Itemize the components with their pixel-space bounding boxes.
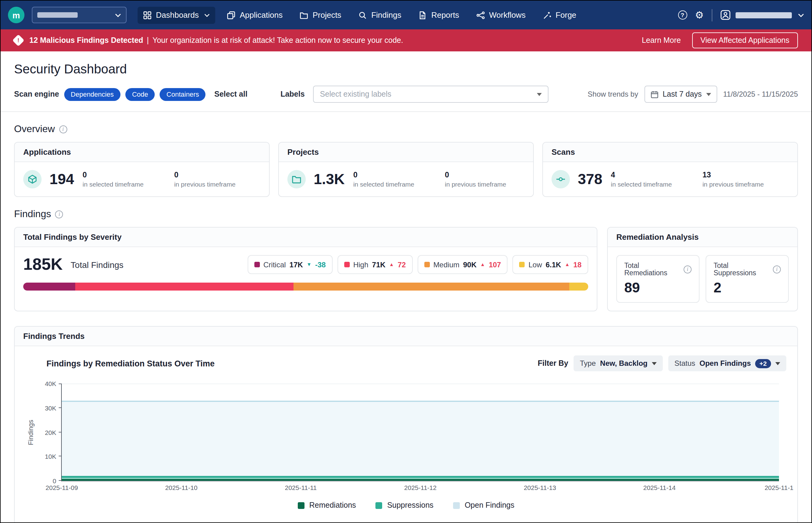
nav-item-reports[interactable]: Reports <box>413 6 465 23</box>
findings-section: Findings Total Findings by Severity 185K… <box>14 209 798 311</box>
nav-item-dashboards[interactable]: Dashboards <box>137 6 215 23</box>
view-affected-applications-button[interactable]: View Affected Applications <box>692 32 798 48</box>
projects-card: Projects 1.3K 0 in selected timeframe <box>278 142 534 197</box>
y-tick-label: 0 <box>53 477 56 485</box>
remediation-analysis-card: Remediation Analysis Total Remediations … <box>607 227 798 311</box>
x-tick-label: 2025-11-12 <box>404 484 437 491</box>
alert-banner: 12 Malicious Findings Detected | Your or… <box>1 29 811 51</box>
nav-item-forge[interactable]: Forge <box>537 6 582 23</box>
x-tick-label: 2025-11-1 <box>764 484 793 491</box>
gear-icon[interactable] <box>695 10 704 20</box>
previous-timeframe-stat: 0 in previous timeframe <box>174 171 236 188</box>
nav-item-label: Findings <box>371 11 401 20</box>
severity-card-title: Total Findings by Severity <box>15 228 597 247</box>
navbar-divider <box>712 9 712 21</box>
legend-item-open-findings[interactable]: Open Findings <box>453 501 515 509</box>
show-trends-label: Show trends by <box>588 90 638 98</box>
info-icon[interactable] <box>684 265 691 273</box>
open-findings-color-swatch <box>453 502 460 509</box>
y-tick-label: 10K <box>45 453 56 460</box>
forge-wand-icon <box>543 11 551 19</box>
help-icon[interactable] <box>678 11 687 20</box>
organization-selector[interactable] <box>32 7 127 23</box>
info-icon[interactable] <box>55 210 63 218</box>
type-filter-select[interactable]: Type New, Backlog <box>574 355 663 371</box>
redacted-org-name <box>37 12 78 18</box>
nav-item-applications[interactable]: Applications <box>221 6 288 23</box>
scan-engine-pill-containers[interactable]: Containers <box>160 88 206 101</box>
status-value: Open Findings <box>700 359 751 368</box>
selected-timeframe-stat: 0 in selected timeframe <box>82 171 144 188</box>
severity-chip-low[interactable]: Low 6.1K ▲ 18 <box>513 255 588 274</box>
applications-cube-icon <box>23 170 41 188</box>
nav-item-projects[interactable]: Projects <box>294 6 347 23</box>
card-title: Scans <box>543 143 797 162</box>
page-title: Security Dashboard <box>14 62 798 76</box>
user-avatar-icon <box>720 10 731 20</box>
card-title: Applications <box>15 143 269 162</box>
trend-up-icon: ▲ <box>565 262 570 267</box>
alert-title: 12 Malicious Findings Detected <box>29 36 143 44</box>
overview-cards: Applications 194 0 in selected timeframe <box>14 142 798 197</box>
bar-segment-low <box>570 283 588 291</box>
bar-segment-critical <box>23 283 75 291</box>
select-all-link[interactable]: Select all <box>214 90 247 98</box>
x-axis-labels: 2025-11-09 2025-11-10 2025-11-11 2025-11… <box>62 484 779 494</box>
alert-actions: Learn More View Affected Applications <box>642 32 798 48</box>
dashboards-icon <box>143 11 152 19</box>
alert-divider: | <box>147 36 149 44</box>
severity-chip-critical[interactable]: Critical 17K ▼ -38 <box>247 255 333 274</box>
suppressions-color-swatch <box>375 502 382 509</box>
malicious-warning-icon <box>12 34 24 47</box>
redacted-user-name <box>736 12 792 18</box>
severity-stacked-bar <box>23 283 588 291</box>
legend-item-remediations[interactable]: Remediations <box>298 501 356 509</box>
user-menu[interactable] <box>720 10 804 20</box>
total-remediations-value: 89 <box>624 279 691 296</box>
x-tick-label: 2025-11-14 <box>643 484 676 491</box>
chevron-down-icon <box>115 13 121 17</box>
total-remediations-box: Total Remediations 89 <box>616 255 700 303</box>
labels-label: Labels <box>280 90 304 98</box>
alert-message: 12 Malicious Findings Detected | Your or… <box>29 36 403 44</box>
caret-down-icon <box>775 362 780 365</box>
chart-legend: Remediations Suppressions Open Findings <box>26 501 786 509</box>
main-content: Security Dashboard Scan engine Dependenc… <box>1 62 811 523</box>
scan-engine-pill-code[interactable]: Code <box>125 88 155 101</box>
chart-filters: Filter By Type New, Backlog Status Open … <box>538 355 786 371</box>
scan-engine-pill-dependencies[interactable]: Dependencies <box>64 88 121 101</box>
y-tick-label: 30K <box>45 404 56 412</box>
status-filter-select[interactable]: Status Open Findings +2 <box>668 355 786 371</box>
severity-chip-high[interactable]: High 71K ▲ 72 <box>337 255 412 274</box>
severity-card: Total Findings by Severity 185K Total Fi… <box>14 227 597 311</box>
bar-segment-medium <box>293 283 570 291</box>
caret-down-icon <box>652 362 657 365</box>
info-icon[interactable] <box>59 125 67 133</box>
scans-count: 378 <box>578 171 602 188</box>
findings-trends-card: Findings Trends Findings by Remediation … <box>14 326 798 523</box>
labels-select[interactable]: Select existing labels <box>313 86 549 103</box>
legend-item-suppressions[interactable]: Suppressions <box>375 501 433 509</box>
report-document-icon <box>419 11 427 19</box>
nav-item-workflows[interactable]: Workflows <box>471 6 531 23</box>
learn-more-link[interactable]: Learn More <box>642 36 681 44</box>
filters-bar: Scan engine Dependencies Code Containers… <box>14 86 798 103</box>
trend-range-select[interactable]: Last 7 days <box>644 86 717 103</box>
calendar-icon <box>650 90 658 98</box>
brand-logo[interactable] <box>8 7 24 23</box>
nav-item-label: Projects <box>312 11 341 20</box>
applications-card: Applications 194 0 in selected timeframe <box>14 142 270 197</box>
folder-icon <box>300 11 308 19</box>
card-title: Projects <box>279 143 533 162</box>
applications-count: 194 <box>50 171 74 188</box>
total-findings-label: Total Findings <box>71 260 124 269</box>
projects-count: 1.3K <box>314 171 345 188</box>
nav-item-findings[interactable]: Findings <box>353 6 407 23</box>
applications-icon <box>227 11 235 19</box>
severity-chip-medium[interactable]: Medium 90K ▲ 107 <box>417 255 508 274</box>
y-axis-title: Findings <box>27 420 34 445</box>
bar-segment-high <box>75 283 293 291</box>
overview-title: Overview <box>14 124 55 134</box>
x-tick-label: 2025-11-09 <box>45 484 78 491</box>
info-icon[interactable] <box>773 265 781 273</box>
